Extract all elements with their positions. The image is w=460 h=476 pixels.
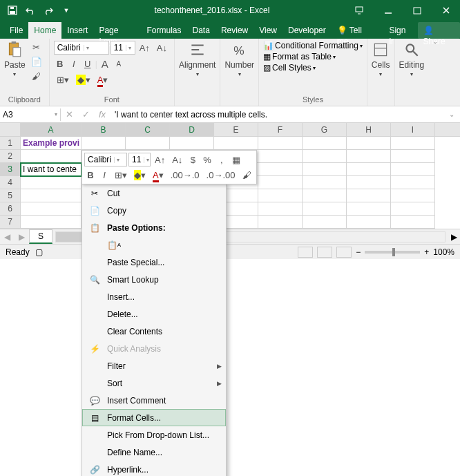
cell[interactable] (258, 176, 303, 189)
mini-percent-icon[interactable]: % (200, 153, 214, 166)
col-header-a[interactable]: A (21, 123, 82, 136)
alignment-button[interactable]: Alignment▾ (179, 41, 215, 77)
italic-button[interactable]: I (68, 57, 80, 70)
collapse-ribbon-icon[interactable]: ˇ (428, 39, 442, 106)
shrink-2-icon[interactable]: A (113, 59, 125, 69)
cell[interactable] (170, 137, 214, 150)
ctx-define-name[interactable]: Define Name... (82, 444, 226, 461)
ctx-smart-lookup[interactable]: 🔍Smart Lookup (82, 271, 226, 288)
save-icon[interactable] (4, 2, 21, 19)
cell[interactable] (21, 176, 82, 189)
mini-font-size[interactable]: 11▾ (128, 153, 151, 166)
ctx-copy[interactable]: 📄Copy (82, 202, 226, 219)
ctx-filter[interactable]: Filter▶ (82, 357, 226, 374)
grow-2-icon[interactable]: A (99, 57, 111, 71)
scroll-right-icon[interactable]: ▶ (448, 232, 460, 242)
mini-comma-icon[interactable]: , (215, 153, 228, 166)
cell[interactable] (126, 137, 170, 150)
shrink-font-icon[interactable]: A↓ (154, 41, 170, 55)
cell[interactable] (303, 202, 347, 216)
cells-button[interactable]: Cells▾ (372, 41, 390, 77)
mini-font-name[interactable]: Calibri▾ (84, 153, 127, 166)
cell[interactable] (347, 189, 391, 202)
macro-record-icon[interactable]: ▢ (35, 247, 43, 257)
font-size-combo[interactable]: 11▾ (111, 41, 135, 55)
borders-icon[interactable]: ⊞▾ (54, 73, 72, 86)
cell[interactable] (347, 150, 391, 163)
ctx-paste-option-default[interactable]: 📋A (82, 236, 226, 254)
cell[interactable] (258, 150, 303, 163)
tab-insert[interactable]: Insert (61, 22, 93, 39)
row-header-3[interactable]: 3 (0, 163, 21, 176)
sheet-nav-next-icon[interactable]: ▶ (15, 232, 29, 242)
cell[interactable] (347, 137, 391, 150)
col-header-f[interactable]: F (258, 123, 303, 136)
tell-me[interactable]: 💡 Tell me... (332, 22, 384, 39)
ribbon-options-icon[interactable] (345, 0, 373, 21)
ctx-insert[interactable]: Insert... (82, 288, 226, 305)
col-header-g[interactable]: G (303, 123, 347, 136)
sheet-nav-prev-icon[interactable]: ◀ (0, 232, 15, 242)
share-button[interactable]: 👤 Share (418, 22, 460, 39)
grow-font-icon[interactable]: A↑ (137, 41, 153, 55)
mini-italic-icon[interactable]: I (98, 169, 111, 182)
cell[interactable] (347, 202, 391, 216)
page-layout-view-icon[interactable] (317, 247, 332, 258)
fill-color-icon[interactable]: ◆▾ (73, 73, 93, 86)
cell[interactable] (347, 163, 391, 176)
cell[interactable] (214, 137, 258, 150)
cell[interactable] (391, 189, 435, 202)
cell[interactable] (21, 150, 82, 163)
cell[interactable] (303, 189, 347, 202)
cell[interactable] (347, 176, 391, 189)
ctx-format-cells[interactable]: ▤Format Cells... (82, 409, 226, 426)
tab-view[interactable]: View (253, 22, 282, 39)
tab-home[interactable]: Home (28, 22, 61, 39)
col-header-i[interactable]: I (391, 123, 435, 136)
mini-bold-icon[interactable]: B (84, 169, 97, 182)
cell[interactable] (258, 163, 303, 176)
tab-review[interactable]: Review (215, 22, 253, 39)
ctx-pick-from-list[interactable]: Pick From Drop-down List... (82, 426, 226, 444)
tab-data[interactable]: Data (187, 22, 215, 39)
mini-dec-decimal-icon[interactable]: .00→.0 (168, 169, 202, 182)
ctx-clear-contents[interactable]: Clear Contents (82, 323, 226, 340)
row-header-6[interactable]: 6 (0, 202, 21, 216)
col-header-c[interactable]: C (126, 123, 170, 136)
enter-formula-icon[interactable]: ✓ (77, 109, 94, 120)
cell[interactable] (391, 216, 435, 229)
cell[interactable] (21, 189, 82, 202)
row-header-2[interactable]: 2 (0, 150, 21, 163)
zoom-in-icon[interactable]: + (424, 247, 429, 257)
normal-view-icon[interactable] (298, 247, 313, 258)
bold-button[interactable]: B (54, 57, 66, 70)
cell[interactable] (347, 216, 391, 229)
qat-dropdown-icon[interactable]: ▼ (58, 2, 75, 19)
cell[interactable] (391, 163, 435, 176)
undo-icon[interactable] (22, 2, 39, 19)
mini-borders-icon[interactable]: ⊞▾ (112, 169, 130, 182)
formula-expand-icon[interactable]: ⌄ (443, 111, 460, 118)
editing-button[interactable]: Editing▾ (399, 41, 425, 77)
row-header-4[interactable]: 4 (0, 176, 21, 189)
cell[interactable] (21, 216, 82, 229)
mini-font-color-icon[interactable]: A▾ (150, 169, 166, 182)
select-all[interactable] (0, 123, 21, 136)
cut-icon[interactable]: ✂ (28, 41, 45, 54)
conditional-formatting[interactable]: 📊Conditional Formatting▾ (263, 41, 363, 50)
col-header-d[interactable]: D (170, 123, 214, 136)
cancel-formula-icon[interactable]: ✕ (61, 109, 77, 120)
tab-page-layout[interactable]: Page Layo (93, 22, 141, 39)
tab-formulas[interactable]: Formulas (142, 22, 187, 39)
tab-developer[interactable]: Developer (282, 22, 332, 39)
cell-a1[interactable]: Example provi (21, 137, 82, 150)
mini-currency-icon[interactable]: $ (186, 153, 199, 166)
fx-icon[interactable]: fx (94, 109, 111, 120)
ctx-hyperlink[interactable]: 🔗Hyperlink... (82, 461, 226, 476)
cell[interactable] (303, 216, 347, 229)
maximize-icon[interactable] (403, 0, 431, 21)
col-header-h[interactable]: H (347, 123, 391, 136)
cell[interactable] (21, 202, 82, 216)
mini-grow-font-icon[interactable]: A↑ (152, 153, 168, 166)
col-header-b[interactable]: B (82, 123, 126, 136)
